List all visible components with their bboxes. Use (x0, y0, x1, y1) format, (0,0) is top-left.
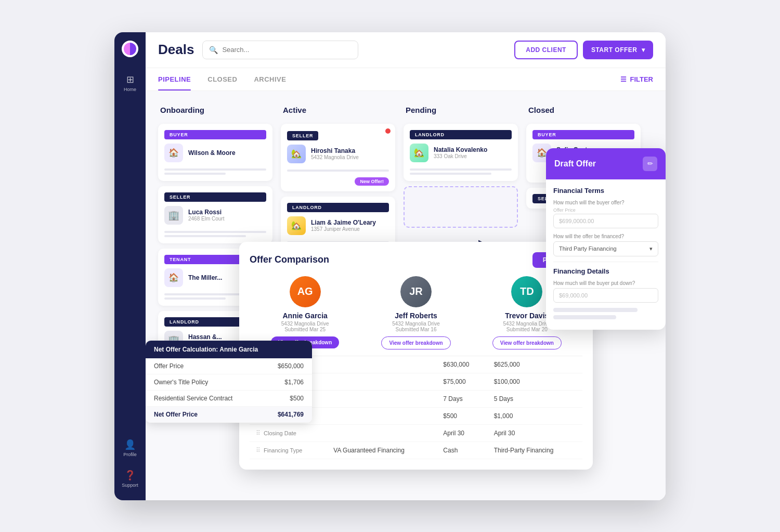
filter-icon: ☰ (620, 75, 627, 83)
client-name: Natalia Kovalenko (434, 146, 512, 153)
card-line (164, 173, 226, 175)
search-input[interactable] (222, 46, 352, 54)
financing-details-title: Financing Details (553, 267, 658, 275)
agent-avatar-trevor: TD (511, 276, 542, 307)
agent-name: Trevor Davis (505, 312, 549, 320)
card-line (410, 173, 491, 175)
sidebar: ⊞ Home 👤 Profile ❓ Support (114, 32, 146, 500)
header-actions: ADD CLIENT START OFFER ▾ (514, 41, 653, 59)
client-avatar: 🏡 (287, 216, 306, 235)
pencil-icon: ✏ (647, 160, 653, 167)
start-offer-button[interactable]: START OFFER ▾ (583, 41, 653, 59)
column-header-closed: Closed (526, 101, 641, 119)
column-header-active: Active (281, 101, 395, 119)
skeleton-line (553, 308, 638, 312)
net-calc-popup: Net Offer Calculation: Annie Garcia Offe… (146, 341, 312, 423)
table-row: ⠿ Closing Date April 30 April 30 (250, 425, 582, 442)
net-calc-row-title-policy: Owner's Title Policy $1,706 (146, 374, 312, 391)
agent-avatar-annie: AG (290, 276, 321, 307)
offer-question-2: How will the offer be financed? (553, 233, 658, 239)
drop-zone (404, 186, 518, 228)
net-calc-row-service-contract: Residential Service Contract $500 (146, 391, 312, 407)
sidebar-item-home[interactable]: ⊞ Home (116, 70, 144, 96)
tabs-bar: PIPELINE CLOSED ARCHIVE ☰ FILTER (146, 68, 666, 91)
client-address: 333 Oak Drive (434, 153, 512, 159)
card-line (164, 168, 266, 171)
client-avatar: 🏡 (410, 144, 428, 162)
view-breakdown-button-jeff[interactable]: View offer breakdown (381, 336, 450, 349)
chevron-down-icon: ▾ (649, 245, 653, 252)
home-icon: ⊞ (126, 74, 134, 85)
search-bar[interactable]: 🔍 (202, 41, 358, 59)
tab-closed[interactable]: CLOSED (207, 68, 237, 90)
card-line (164, 235, 246, 237)
client-avatar: 🏡 (287, 145, 306, 163)
header: Deals 🔍 ADD CLIENT START OFFER ▾ (146, 32, 666, 68)
offer-agent-jeff: JR Jeff Roberts 5432 Magnolia Drive Subm… (360, 276, 471, 356)
client-avatar: 🏠 (164, 268, 183, 287)
offer-price-input[interactable]: $699,0000.00 (553, 214, 658, 228)
divider (553, 262, 658, 262)
search-icon: 🔍 (209, 46, 218, 54)
client-address: 5432 Magnolia Drive (311, 154, 389, 160)
support-icon: ❓ (124, 470, 136, 481)
financing-select[interactable]: Third Party Fianancing ▾ (553, 241, 658, 256)
card-line (410, 168, 512, 171)
notification-dot (385, 128, 391, 134)
skeleton-line (553, 315, 616, 319)
net-calc-row-offer-price: Offer Price $650,000 (146, 358, 312, 374)
app-logo (122, 41, 138, 57)
draft-offer-header: Draft Offer ✏ (546, 148, 666, 179)
tab-archive[interactable]: ARCHIVE (254, 68, 286, 90)
agent-address: 5432 Magnolia Drive (281, 321, 329, 327)
page-title: Deals (158, 42, 194, 58)
role-badge-seller: SELLER (164, 192, 266, 202)
offer-question-3: How much will the buyer put down? (553, 280, 658, 286)
column-header-onboarding: Onboarding (158, 101, 272, 119)
drag-handle-icon: ⠿ (256, 447, 261, 454)
deal-card-hiroshi[interactable]: SELLER 🏡 Hiroshi Tanaka 5432 Magnolia Dr… (281, 124, 395, 191)
role-badge-buyer: BUYER (164, 130, 266, 139)
sidebar-item-profile[interactable]: 👤 Profile (116, 435, 144, 461)
role-badge-buyer: BUYER (532, 130, 634, 139)
client-name: Luca Rossi (188, 209, 266, 216)
column-header-pending: Pending (404, 101, 518, 119)
filter-button[interactable]: ☰ FILTER (620, 75, 653, 83)
client-address: 2468 Elm Court (188, 216, 266, 222)
offer-comparison-title: Offer Comparison (250, 254, 329, 265)
role-badge-landlord: LANDLORD (287, 203, 389, 212)
offer-price-label: Offer Price (553, 207, 658, 213)
agent-submitted: Submitted Mar 25 (284, 327, 326, 332)
client-address: 1357 Juniper Avenue (311, 226, 389, 232)
client-name: Wilson & Moore (188, 149, 266, 157)
edit-icon-button[interactable]: ✏ (643, 157, 657, 171)
main-content: Deals 🔍 ADD CLIENT START OFFER ▾ PIPELIN… (146, 32, 666, 500)
card-line (164, 231, 266, 233)
sidebar-item-support[interactable]: ❓ Support (116, 465, 144, 492)
client-name: Liam & Jaime O'Leary (311, 219, 389, 226)
new-offer-badge: New Offer! (355, 177, 389, 186)
table-row: ⠿ Financing Type VA Guaranteed Financing… (250, 442, 582, 459)
view-breakdown-button-trevor[interactable]: View offer breakdown (492, 336, 562, 349)
role-badge-seller: SELLER (287, 131, 318, 140)
drag-handle-icon: ⠿ (256, 430, 261, 437)
agent-address: 5432 Magnolia Drive (392, 321, 440, 327)
add-client-button[interactable]: ADD CLIENT (514, 41, 578, 59)
deal-card-luca-rossi[interactable]: SELLER 🏢 Luca Rossi 2468 Elm Court (158, 186, 272, 243)
pipeline-board: Onboarding BUYER 🏠 Wilson & Moore (146, 91, 666, 500)
role-badge-landlord: LANDLORD (410, 130, 512, 139)
agent-name: Jeff Roberts (395, 312, 437, 320)
deal-card-wilson-moore[interactable]: BUYER 🏠 Wilson & Moore (158, 124, 272, 181)
agent-submitted: Submitted Mar 16 (396, 327, 437, 332)
financial-terms-title: Financial Terms (553, 187, 658, 194)
draft-offer-body: Financial Terms How much will the buyer … (546, 179, 666, 330)
chevron-down-icon: ▾ (642, 46, 645, 54)
net-calc-header: Net Offer Calculation: Annie Garcia (146, 341, 312, 358)
agent-submitted: Submitted Mar 20 (506, 327, 548, 332)
agent-name: Annie Garcia (282, 312, 327, 320)
client-name: Hiroshi Tanaka (311, 147, 389, 154)
tab-pipeline[interactable]: PIPELINE (158, 68, 191, 90)
card-line (164, 297, 226, 300)
deal-card-natalia[interactable]: LANDLORD 🏡 Natalia Kovalenko 333 Oak Dri… (404, 124, 518, 181)
down-payment-input[interactable]: $69,000.00 (553, 288, 658, 303)
